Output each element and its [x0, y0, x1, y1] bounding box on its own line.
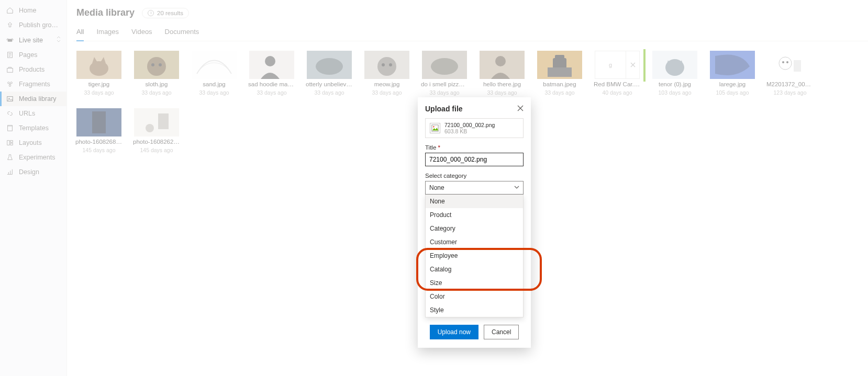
modal-title: Upload file	[425, 105, 463, 113]
upload-now-button[interactable]: Upload now	[430, 325, 478, 339]
category-option-size[interactable]: Size	[426, 276, 523, 290]
category-option-color[interactable]: Color	[426, 290, 523, 303]
title-input[interactable]	[425, 153, 524, 166]
chevron-down-icon	[514, 184, 519, 191]
category-select[interactable]: None	[425, 181, 524, 195]
category-option-style[interactable]: Style	[426, 303, 523, 317]
category-value: None	[429, 184, 444, 191]
close-icon[interactable]	[517, 105, 524, 113]
category-option-customer[interactable]: Customer	[426, 235, 523, 249]
category-option-category[interactable]: Category	[426, 222, 523, 235]
modal-actions: Upload now Cancel	[425, 325, 524, 339]
cancel-button[interactable]: Cancel	[484, 325, 519, 339]
category-label: Select category	[425, 173, 524, 179]
file-meta: 72100_000_002.png 603.8 KB	[444, 122, 495, 134]
svg-point-50	[433, 126, 435, 128]
file-size: 603.8 KB	[444, 128, 495, 134]
category-option-employee[interactable]: Employee	[426, 249, 523, 263]
category-option-product[interactable]: Product	[426, 208, 523, 222]
file-name: 72100_000_002.png	[444, 122, 495, 128]
category-option-catalog[interactable]: Catalog	[426, 263, 523, 276]
category-option-none[interactable]: None	[426, 195, 523, 208]
file-preview: 72100_000_002.png 603.8 KB	[425, 118, 524, 138]
category-dropdown: NoneProductCategoryCustomerEmployeeCatal…	[425, 195, 524, 317]
title-label: Title *	[425, 144, 524, 151]
modal-header: Upload file	[425, 105, 524, 113]
image-file-icon	[430, 123, 440, 133]
upload-modal: Upload file 72100_000_002.png 603.8 KB T…	[418, 97, 531, 348]
